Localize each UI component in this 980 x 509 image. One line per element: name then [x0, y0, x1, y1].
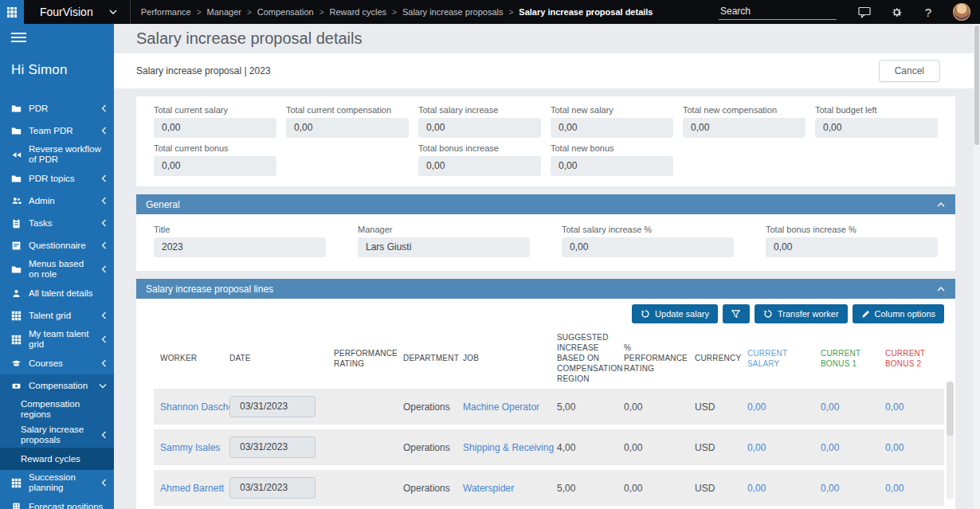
current_bonus_1-link[interactable]: 0,00 — [821, 401, 839, 413]
sidebar-item-label: All talent details — [29, 288, 107, 299]
people-icon — [11, 195, 22, 206]
column-header-performance-rating[interactable]: PERFORMANCE RATING — [334, 348, 403, 369]
sidebar-item-tasks[interactable]: Tasks — [0, 212, 114, 234]
cell-current-bonus-2: 0,00 — [885, 401, 944, 413]
course-icon — [11, 358, 22, 369]
column-header-pct-perf[interactable]: % PERFORMANCE RATING — [624, 343, 695, 374]
app-name-menu[interactable]: FourVision — [40, 6, 117, 18]
sidebar-item-admin[interactable]: Admin — [0, 190, 114, 212]
app-launcher-button[interactable] — [0, 0, 24, 24]
sidebar-item-reverse-workflow-of-pdr[interactable]: Reverse workflow of PDR — [0, 142, 114, 167]
page-vertical-scrollbar-thumb[interactable] — [974, 25, 979, 145]
sidebar-item-talent-grid[interactable]: Talent grid — [0, 304, 114, 327]
sidebar-item-salary-increase-proposals[interactable]: Salary increase proposals — [0, 422, 114, 448]
column-header-date[interactable]: DATE — [229, 353, 334, 363]
transfer-worker-button[interactable]: Transfer worker — [755, 304, 848, 323]
column-options-button[interactable]: Column options — [853, 304, 944, 323]
column-header-worker[interactable]: WORKER — [154, 353, 229, 363]
current_bonus_2-link[interactable]: 0,00 — [885, 401, 904, 413]
current_salary-link[interactable]: 0,00 — [747, 442, 766, 453]
field-total-bonus-increase-input[interactable]: 0,00 — [766, 237, 938, 257]
field-total-budget-left-input[interactable]: 0,00 — [815, 118, 938, 138]
search-input[interactable] — [719, 4, 837, 20]
sidebar-item-all-talent-details[interactable]: All talent details — [0, 282, 114, 304]
job-link[interactable]: Shipping & Receiving — [463, 442, 554, 453]
column-header-current-bonus-2[interactable]: CURRENT BONUS 2 — [885, 348, 944, 369]
update-salary-button[interactable]: Update salary — [632, 304, 718, 323]
sidebar-item-menus-based-on-role[interactable]: Menus based on role — [0, 256, 114, 282]
sidebar-item-team-pdr[interactable]: Team PDR — [0, 119, 114, 142]
column-header-currency[interactable]: CURRENCY — [695, 353, 747, 363]
cancel-button[interactable]: Cancel — [879, 60, 940, 82]
sidebar-item-compensation-regions[interactable]: Compensation regions — [0, 397, 114, 422]
job-link[interactable]: Waterspider — [463, 483, 514, 494]
cell-suggested: 5,00 — [557, 401, 624, 413]
field-total-new-salary-input[interactable]: 0,00 — [551, 118, 673, 138]
sidebar-item-forecast-positions[interactable]: Forecast positions — [0, 495, 114, 509]
worker-link[interactable]: Shannon Dascher — [160, 401, 229, 413]
sidebar-item-my-team-talent-grid[interactable]: My team talent grid — [0, 327, 114, 352]
column-header-suggested[interactable]: SUGGESTED INCREASE BASED ON COMPENSATION… — [557, 332, 624, 384]
page-vertical-scrollbar[interactable] — [974, 24, 980, 509]
worker-link[interactable]: Sammy Isales — [160, 442, 220, 453]
table-row[interactable]: Sammy Isales03/31/2023OperationsShipping… — [154, 429, 944, 465]
sidebar-item-compensation[interactable]: Compensation — [0, 374, 114, 397]
table-vertical-scrollbar[interactable] — [947, 382, 954, 499]
person-icon — [11, 288, 22, 299]
table-row[interactable]: Ahmed Barnett03/31/2023OperationsWatersp… — [154, 470, 944, 506]
current_salary-link[interactable]: 0,00 — [747, 483, 766, 494]
breadcrumb-item-compensation[interactable]: Compensation — [257, 7, 314, 17]
avatar[interactable] — [953, 3, 970, 21]
job-link[interactable]: Machine Operator — [463, 401, 539, 413]
worker-link[interactable]: Ahmed Barnett — [160, 483, 224, 494]
general-section-header[interactable]: General — [136, 194, 955, 214]
column-header-current-bonus-1[interactable]: CURRENT BONUS 1 — [821, 348, 885, 369]
column-header-job[interactable]: JOB — [463, 353, 557, 363]
cell-department: Operations — [403, 483, 463, 494]
field-total-current-bonus-input[interactable]: 0,00 — [154, 156, 276, 176]
field-title-input[interactable]: 2023 — [154, 237, 326, 257]
breadcrumb-item-salary-increase-proposals[interactable]: Salary increase proposals — [402, 7, 504, 17]
gear-icon[interactable] — [889, 6, 904, 18]
field-label: Title — [154, 225, 326, 234]
column-options-label: Column options — [875, 309, 935, 319]
current_bonus_1-link[interactable]: 0,00 — [821, 442, 839, 453]
column-header-department[interactable]: DEPARTMENT — [403, 353, 463, 363]
field-total-new-compensation-input[interactable]: 0,00 — [683, 118, 806, 138]
date-input[interactable]: 03/31/2023 — [229, 396, 316, 417]
breadcrumb-item-manager[interactable]: Manager — [207, 7, 241, 17]
feedback-icon[interactable] — [857, 6, 872, 18]
help-icon[interactable]: ? — [921, 6, 935, 19]
field-total-budget-left: Total budget left0,00 — [815, 105, 938, 138]
field-total-current-compensation-input[interactable]: 0,00 — [286, 118, 409, 138]
field-total-bonus-increase-input[interactable]: 0,00 — [418, 156, 541, 176]
date-input[interactable]: 03/31/2023 — [229, 437, 316, 458]
sidebar-item-succession-planning[interactable]: Succession planning — [0, 470, 114, 495]
cell-current-salary: 0,00 — [747, 483, 821, 494]
breadcrumb-item-performance[interactable]: Performance — [141, 7, 191, 17]
lines-section-header[interactable]: Salary increase proposal lines — [136, 279, 955, 299]
field-total-current-salary-input[interactable]: 0,00 — [154, 118, 276, 138]
sidebar-item-pdr-topics[interactable]: PDR topics — [0, 167, 114, 190]
field-total-new-bonus-input[interactable]: 0,00 — [551, 156, 673, 176]
filter-button[interactable] — [723, 304, 750, 323]
field-total-salary-increase-input[interactable]: 0,00 — [562, 237, 734, 257]
column-header-current-salary[interactable]: CURRENT SALARY — [747, 348, 821, 369]
breadcrumb-item-reward-cycles[interactable]: Reward cycles — [330, 7, 387, 17]
current_bonus_1-link[interactable]: 0,00 — [821, 483, 839, 494]
table-row[interactable]: Shannon Dascher03/31/2023OperationsMachi… — [154, 389, 944, 425]
sidebar-item-courses[interactable]: Courses — [0, 352, 114, 374]
table-vertical-scrollbar-thumb[interactable] — [947, 382, 954, 436]
current_bonus_2-link[interactable]: 0,00 — [885, 442, 904, 453]
cell-currency: USD — [695, 442, 747, 453]
folder-icon — [11, 264, 22, 275]
sidebar-item-reward-cycles[interactable]: Reward cycles — [0, 448, 114, 470]
current_salary-link[interactable]: 0,00 — [747, 401, 766, 413]
menu-toggle-button[interactable] — [0, 24, 114, 42]
current_bonus_2-link[interactable]: 0,00 — [885, 483, 904, 494]
field-manager-input[interactable]: Lars Giusti — [358, 237, 530, 257]
date-input[interactable]: 03/31/2023 — [229, 477, 316, 499]
sidebar-item-questionnaire[interactable]: Questionnaire — [0, 234, 114, 256]
sidebar-item-pdr[interactable]: PDR — [0, 97, 114, 119]
field-total-salary-increase-input[interactable]: 0,00 — [418, 118, 541, 138]
